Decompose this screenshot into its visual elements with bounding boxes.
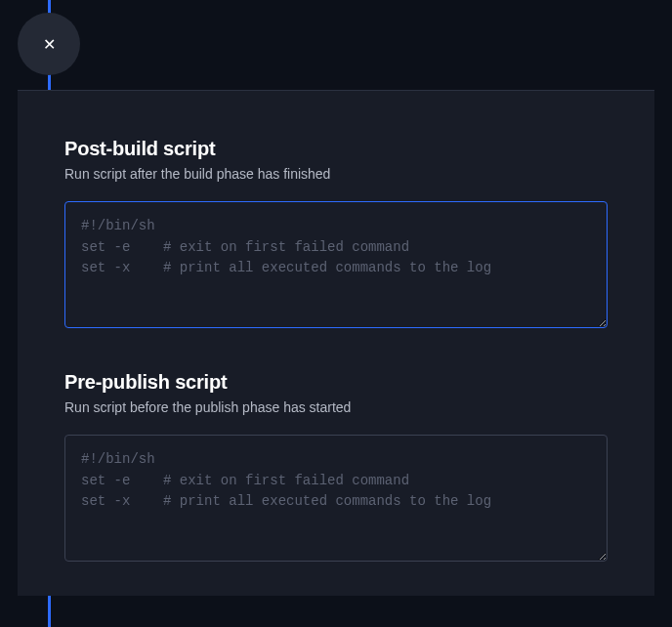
pre-publish-script-input[interactable]: [64, 435, 608, 562]
post-build-script-input[interactable]: [64, 201, 608, 328]
post-build-section: Post-build script Run script after the b…: [64, 138, 608, 332]
post-build-desc: Run script after the build phase has fin…: [64, 166, 608, 182]
post-build-title: Post-build script: [64, 138, 608, 160]
pre-publish-title: Pre-publish script: [64, 371, 608, 394]
close-button[interactable]: ✕: [18, 13, 80, 75]
scripts-panel: Post-build script Run script after the b…: [18, 90, 654, 596]
pre-publish-desc: Run script before the publish phase has …: [64, 399, 608, 415]
pre-publish-section: Pre-publish script Run script before the…: [64, 371, 608, 565]
close-icon: ✕: [43, 35, 56, 54]
timeline-line-bottom: [48, 596, 51, 627]
